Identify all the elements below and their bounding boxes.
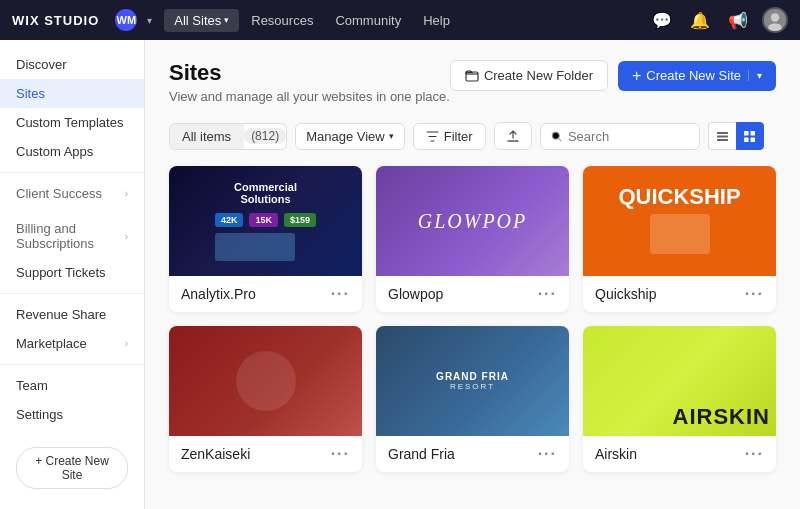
site-name-grandfria: Grand Fria [388,446,455,462]
svg-rect-11 [751,137,756,142]
sidebar-item-custom-apps[interactable]: Custom Apps [0,137,144,166]
site-thumb-quickship[interactable]: QUICKSHIP [583,166,776,276]
svg-rect-10 [744,137,749,142]
svg-point-4 [552,132,559,139]
sidebar-item-discover[interactable]: Discover [0,50,144,79]
create-site-chevron-icon[interactable]: ▾ [748,70,762,81]
tab-group: All items (812) [169,123,287,150]
sidebar-divider-1 [0,172,144,173]
sidebar-item-settings[interactable]: Settings [0,400,144,429]
nav-resources[interactable]: Resources [241,9,323,32]
manage-view-button[interactable]: Manage View ▾ [295,123,405,150]
sidebar-bottom: + Create New Site [0,437,144,499]
svg-point-1 [771,13,779,21]
svg-rect-6 [717,135,728,137]
search-box [540,123,700,150]
nav-menu: All Sites ▾ Resources Community Help [164,9,460,32]
site-card-quickship: QUICKSHIP Quickship ··· [583,166,776,312]
wix-logo: WIX STUDIO [12,13,99,28]
site-name-airskin: Airskin [595,446,637,462]
site-thumb-zenkaiseki[interactable] [169,326,362,436]
site-card-info-glowpop: Glowpop ··· [376,276,569,312]
site-card-analytix: CommercialSolutions 42K 15K $159 Analyti… [169,166,362,312]
site-menu-glowpop[interactable]: ··· [538,286,557,302]
sidebar-item-support[interactable]: Support Tickets [0,258,144,287]
sidebar-item-custom-templates[interactable]: Custom Templates [0,108,144,137]
sidebar-item-team[interactable]: Team [0,371,144,400]
tab-all-items[interactable]: All items [170,124,244,149]
site-card-zenkaiseki: ZenKaiseki ··· [169,326,362,472]
site-card-info-zenkaiseki: ZenKaiseki ··· [169,436,362,472]
site-menu-grandfria[interactable]: ··· [538,446,557,462]
site-menu-zenkaiseki[interactable]: ··· [331,446,350,462]
nav-help[interactable]: Help [413,9,460,32]
filter-button[interactable]: Filter [413,123,486,150]
grid-view-button[interactable] [736,122,764,150]
bell-icon[interactable]: 🔔 [686,6,714,34]
nav-community[interactable]: Community [325,9,411,32]
filter-icon [426,130,439,143]
upload-button[interactable] [494,122,532,150]
site-name-zenkaiseki: ZenKaiseki [181,446,250,462]
sidebar-item-sites[interactable]: Sites [0,79,144,108]
wix-logo-text: WIX STUDIO [12,13,99,28]
folder-icon [465,69,479,83]
site-thumb-airskin[interactable]: AIRSKIN [583,326,776,436]
create-site-button[interactable]: + Create New Site ▾ [618,61,776,91]
sidebar-item-client-success[interactable]: Client Success › [0,179,144,208]
sidebar-item-billing[interactable]: Billing and Subscriptions › [0,214,144,258]
site-card-grandfria: GRAND FRIA RESORT Grand Fria ··· [376,326,569,472]
manage-view-chevron-icon: ▾ [389,131,394,141]
main-content: Sites View and manage all your websites … [145,40,800,509]
chevron-right-icon-2: › [125,231,128,242]
list-view-button[interactable] [708,122,736,150]
site-card-info-analytix: Analytix.Pro ··· [169,276,362,312]
page-title: Sites [169,60,450,86]
site-menu-airskin[interactable]: ··· [745,446,764,462]
sidebar-divider-3 [0,364,144,365]
quickship-thumb-text: QUICKSHIP [618,184,740,210]
content-header: Sites View and manage all your websites … [169,60,776,104]
site-card-info-grandfria: Grand Fria ··· [376,436,569,472]
main-layout: Discover Sites Custom Templates Custom A… [0,40,800,509]
nav-all-sites[interactable]: All Sites ▾ [164,9,239,32]
site-thumb-analytix[interactable]: CommercialSolutions 42K 15K $159 [169,166,362,276]
sidebar-create-site-button[interactable]: + Create New Site [16,447,128,489]
site-card-airskin: AIRSKIN Airskin ··· [583,326,776,472]
sidebar-item-revenue[interactable]: Revenue Share [0,300,144,329]
site-card-glowpop: GLOWPOP Glowpop ··· [376,166,569,312]
header-actions: Create New Folder + Create New Site ▾ [450,60,776,91]
svg-rect-9 [751,131,756,136]
search-input[interactable] [568,129,689,144]
toolbar: All items (812) Manage View ▾ Filter [169,122,776,150]
wm-badge[interactable]: WM [115,9,137,31]
upload-icon [505,128,521,144]
svg-rect-3 [466,72,478,81]
site-name-glowpop: Glowpop [388,286,443,302]
chevron-right-icon: › [125,188,128,199]
svg-point-2 [768,23,782,31]
page-title-block: Sites View and manage all your websites … [169,60,450,104]
search-icon [551,130,562,143]
megaphone-icon[interactable]: 📢 [724,6,752,34]
wm-chevron-icon[interactable]: ▾ [147,15,152,26]
sidebar: Discover Sites Custom Templates Custom A… [0,40,145,509]
site-menu-analytix[interactable]: ··· [331,286,350,302]
avatar[interactable] [762,7,788,33]
sidebar-nav: Discover Sites Custom Templates Custom A… [0,50,144,437]
items-count: (812) [244,128,286,144]
svg-rect-7 [717,139,728,141]
site-card-info-airskin: Airskin ··· [583,436,776,472]
site-thumb-grandfria[interactable]: GRAND FRIA RESORT [376,326,569,436]
sidebar-item-marketplace[interactable]: Marketplace › [0,329,144,358]
sidebar-divider-2 [0,293,144,294]
site-menu-quickship[interactable]: ··· [745,286,764,302]
chat-icon[interactable]: 💬 [648,6,676,34]
airskin-thumb-text: AIRSKIN [673,404,770,430]
site-thumb-glowpop[interactable]: GLOWPOP [376,166,569,276]
top-nav: WIX STUDIO WM ▾ All Sites ▾ Resources Co… [0,0,800,40]
page-subtitle: View and manage all your websites in one… [169,89,450,104]
chevron-right-icon-3: › [125,338,128,349]
create-folder-button[interactable]: Create New Folder [450,60,608,91]
svg-rect-8 [744,131,749,136]
